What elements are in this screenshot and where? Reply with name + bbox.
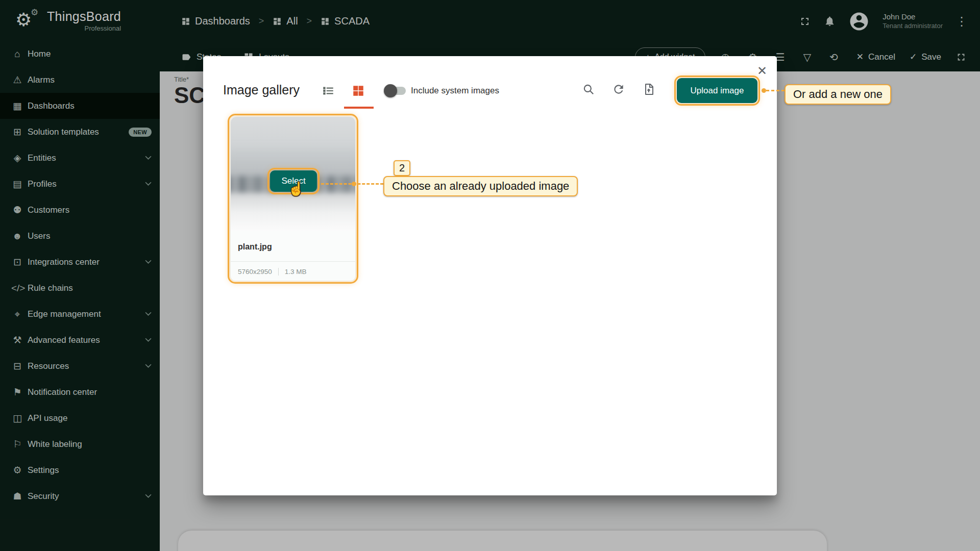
pointer-cursor-icon: ☝ [288,181,304,197]
image-meta: 5760x2950 1.3 MB [231,261,355,282]
list-view-icon [322,84,335,97]
import-image-icon[interactable] [642,83,655,96]
annotation-connector-line [766,90,785,91]
annotation-connector-dot [762,88,766,93]
annotation-connector-dot-2 [352,182,356,186]
image-gallery-dialog: Image gallery Include system images Uplo… [203,56,777,495]
upload-image-button[interactable]: Upload image [677,78,757,103]
meta-divider [278,268,279,276]
image-card-plant[interactable]: Select ☝ plant.jpg 5760x2950 1.3 MB [230,116,356,281]
search-icon[interactable] [582,83,595,96]
include-system-images-toggle[interactable] [385,87,406,95]
include-system-images-label: Include system images [411,86,499,96]
image-resolution: 5760x2950 [238,268,272,276]
grid-view-icon [352,84,365,97]
image-file-size: 1.3 MB [285,268,307,276]
annotation-upload-hint: Or add a new one [785,84,891,105]
grid-view-button[interactable] [352,84,365,97]
annotation-step-number: 2 [394,160,410,176]
active-view-underline [344,107,374,109]
image-filename: plant.jpg [238,242,272,252]
dialog-title: Image gallery [223,83,300,97]
annotation-step-text: Choose an already uploaded image [383,176,578,196]
app-root: ⚙ ⚙ ThingsBoard Professional ⌂Home⚠Alarm… [0,0,980,551]
toggle-knob [384,84,397,97]
refresh-icon[interactable] [612,83,625,96]
list-view-button[interactable] [322,84,335,97]
close-dialog-button[interactable]: ✕ [753,62,771,80]
